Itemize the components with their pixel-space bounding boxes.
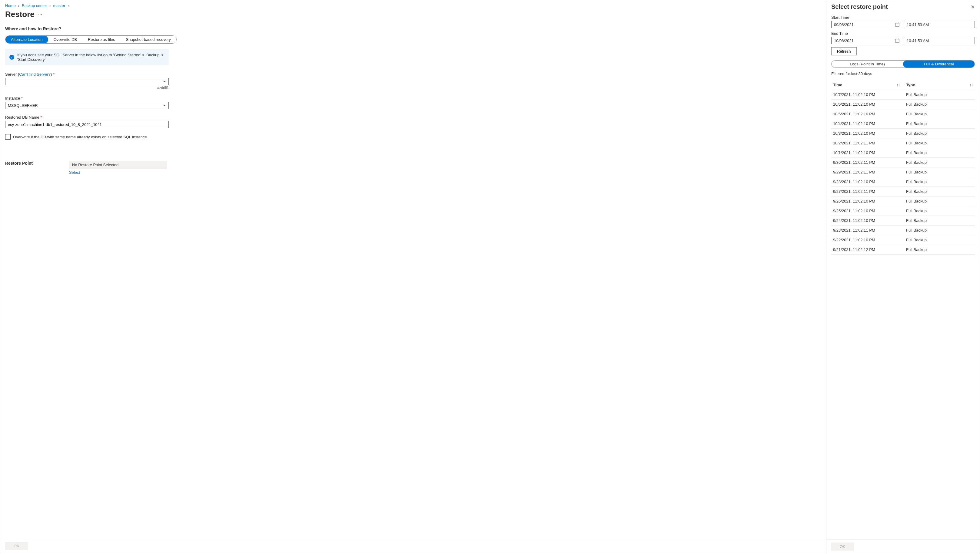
cell-time: 9/29/2021, 11:02:11 PM xyxy=(833,170,906,174)
restore-point-value: No Restore Point Selected xyxy=(69,161,167,169)
cell-type: Full Backup xyxy=(906,121,973,126)
breadcrumb-home[interactable]: Home xyxy=(5,3,16,8)
server-select[interactable] xyxy=(5,78,169,85)
cell-time: 9/24/2021, 11:02:10 PM xyxy=(833,218,906,223)
cell-type: Full Backup xyxy=(906,238,973,242)
instance-select[interactable]: MSSQLSERVER xyxy=(5,102,169,109)
chevron-right-icon: › xyxy=(49,3,51,8)
table-row[interactable]: 10/3/2021, 11:02:10 PMFull Backup xyxy=(831,129,975,138)
cell-time: 10/6/2021, 11:02:10 PM xyxy=(833,102,906,107)
cell-type: Full Backup xyxy=(906,189,973,194)
cell-time: 9/23/2021, 11:02:11 PM xyxy=(833,228,906,232)
restore-point-select-link[interactable]: Select xyxy=(69,170,80,175)
ok-button: OK xyxy=(5,542,28,550)
cell-time: 9/25/2021, 11:02:10 PM xyxy=(833,209,906,213)
table-row[interactable]: 9/30/2021, 11:02:11 PMFull Backup xyxy=(831,158,975,167)
end-date-value: 10/08/2021 xyxy=(834,38,854,43)
section-heading: Where and how to Restore? xyxy=(5,26,821,31)
table-row[interactable]: 9/27/2021, 11:02:11 PMFull Backup xyxy=(831,187,975,196)
tab-overwrite-db[interactable]: Overwrite DB xyxy=(48,36,82,43)
calendar-icon xyxy=(895,22,899,27)
cell-type: Full Backup xyxy=(906,218,973,223)
cell-type: Full Backup xyxy=(906,209,973,213)
panel-ok-button: OK xyxy=(831,543,854,551)
cell-time: 10/4/2021, 11:02:10 PM xyxy=(833,121,906,126)
more-actions-icon[interactable]: ⋯ xyxy=(38,12,42,17)
info-icon: i xyxy=(10,55,14,60)
instance-label: Instance * xyxy=(5,96,169,100)
table-row[interactable]: 9/28/2021, 11:02:10 PMFull Backup xyxy=(831,177,975,187)
restored-db-input[interactable] xyxy=(5,121,169,128)
overwrite-checkbox-label: Overwrite if the DB with same name alrea… xyxy=(13,135,147,139)
table-row[interactable]: 9/22/2021, 11:02:10 PMFull Backup xyxy=(831,235,975,245)
table-row[interactable]: 10/7/2021, 11:02:10 PMFull Backup xyxy=(831,90,975,100)
cell-type: Full Backup xyxy=(906,131,973,135)
cell-type: Full Backup xyxy=(906,102,973,107)
tab-full-differential[interactable]: Full & Differential xyxy=(903,60,975,67)
col-header-type[interactable]: Type ↑↓ xyxy=(906,83,973,87)
tab-snapshot-recovery[interactable]: Snapshot-based recovery xyxy=(121,36,176,43)
cell-time: 10/5/2021, 11:02:10 PM xyxy=(833,112,906,116)
cell-type: Full Backup xyxy=(906,228,973,232)
cell-time: 10/2/2021, 11:02:11 PM xyxy=(833,141,906,145)
overwrite-checkbox[interactable] xyxy=(5,134,11,140)
restore-point-label: Restore Point xyxy=(5,161,33,166)
cell-type: Full Backup xyxy=(906,180,973,184)
cell-time: 9/22/2021, 11:02:10 PM xyxy=(833,238,906,242)
chevron-down-icon xyxy=(163,81,166,82)
calendar-icon xyxy=(895,38,899,43)
start-time-input[interactable]: 10:41:53 AM xyxy=(904,21,975,28)
svg-rect-0 xyxy=(895,23,899,26)
cant-find-server-link[interactable]: Can't find Server? xyxy=(19,72,51,76)
cell-type: Full Backup xyxy=(906,92,973,97)
end-time-input[interactable]: 10:41:53 AM xyxy=(904,37,975,44)
cell-time: 9/21/2021, 11:02:12 PM xyxy=(833,247,906,252)
end-date-input[interactable]: 10/08/2021 xyxy=(831,37,902,44)
tab-logs-pit[interactable]: Logs (Point in Time) xyxy=(832,60,903,67)
col-header-time[interactable]: Time ↑↓ xyxy=(833,83,906,87)
start-time-label: Start Time xyxy=(831,15,975,20)
refresh-button[interactable]: Refresh xyxy=(831,47,857,56)
table-row[interactable]: 10/5/2021, 11:02:10 PMFull Backup xyxy=(831,109,975,119)
tab-alternate-location[interactable]: Alternate Location xyxy=(5,36,48,43)
table-row[interactable]: 10/1/2021, 11:02:10 PMFull Backup xyxy=(831,148,975,158)
start-date-input[interactable]: 09/08/2021 xyxy=(831,21,902,28)
cell-type: Full Backup xyxy=(906,170,973,174)
cell-time: 9/30/2021, 11:02:11 PM xyxy=(833,160,906,165)
table-row[interactable]: 10/4/2021, 11:02:10 PMFull Backup xyxy=(831,119,975,129)
panel-title: Select restore point xyxy=(831,3,888,10)
sort-icon: ↑↓ xyxy=(969,83,973,87)
filter-note: Filtered for last 30 days xyxy=(831,72,975,76)
table-row[interactable]: 10/2/2021, 11:02:11 PMFull Backup xyxy=(831,138,975,148)
info-text: If you don't see your SQL Server in the … xyxy=(17,53,164,62)
close-icon[interactable]: ✕ xyxy=(971,4,975,10)
cell-time: 9/28/2021, 11:02:10 PM xyxy=(833,180,906,184)
cell-type: Full Backup xyxy=(906,112,973,116)
breadcrumb-master[interactable]: master xyxy=(53,3,65,8)
cell-time: 9/27/2021, 11:02:11 PM xyxy=(833,189,906,194)
server-helper: azdrill1 xyxy=(5,86,169,90)
svg-rect-4 xyxy=(895,39,899,42)
chevron-down-icon xyxy=(163,105,166,106)
restored-db-label: Restored DB Name * xyxy=(5,115,169,119)
end-time-label: End Time xyxy=(831,31,975,36)
table-row[interactable]: 9/23/2021, 11:02:11 PMFull Backup xyxy=(831,226,975,235)
sort-icon: ↑↓ xyxy=(896,83,900,87)
info-message: i If you don't see your SQL Server in th… xyxy=(5,49,169,65)
restore-point-table: Time ↑↓ Type ↑↓ 10/7/2021, 11:02:10 PMFu… xyxy=(831,80,975,255)
tab-restore-as-files[interactable]: Restore as files xyxy=(82,36,121,43)
start-time-value: 10:41:53 AM xyxy=(907,22,929,27)
table-row[interactable]: 9/24/2021, 11:02:10 PMFull Backup xyxy=(831,216,975,226)
table-row[interactable]: 9/26/2021, 11:02:10 PMFull Backup xyxy=(831,196,975,206)
table-row[interactable]: 9/25/2021, 11:02:10 PMFull Backup xyxy=(831,206,975,216)
table-row[interactable]: 9/29/2021, 11:02:11 PMFull Backup xyxy=(831,167,975,177)
cell-type: Full Backup xyxy=(906,150,973,155)
cell-type: Full Backup xyxy=(906,141,973,145)
table-row[interactable]: 9/21/2021, 11:02:12 PMFull Backup xyxy=(831,245,975,255)
end-time-value: 10:41:53 AM xyxy=(907,38,929,43)
breadcrumb-backup-center[interactable]: Backup center xyxy=(22,3,47,8)
restore-point-type-tabs: Logs (Point in Time) Full & Differential xyxy=(831,60,975,68)
restore-mode-tabs: Alternate Location Overwrite DB Restore … xyxy=(5,35,177,44)
server-label: Server (Can't find Server?) * xyxy=(5,72,169,76)
table-row[interactable]: 10/6/2021, 11:02:10 PMFull Backup xyxy=(831,100,975,109)
